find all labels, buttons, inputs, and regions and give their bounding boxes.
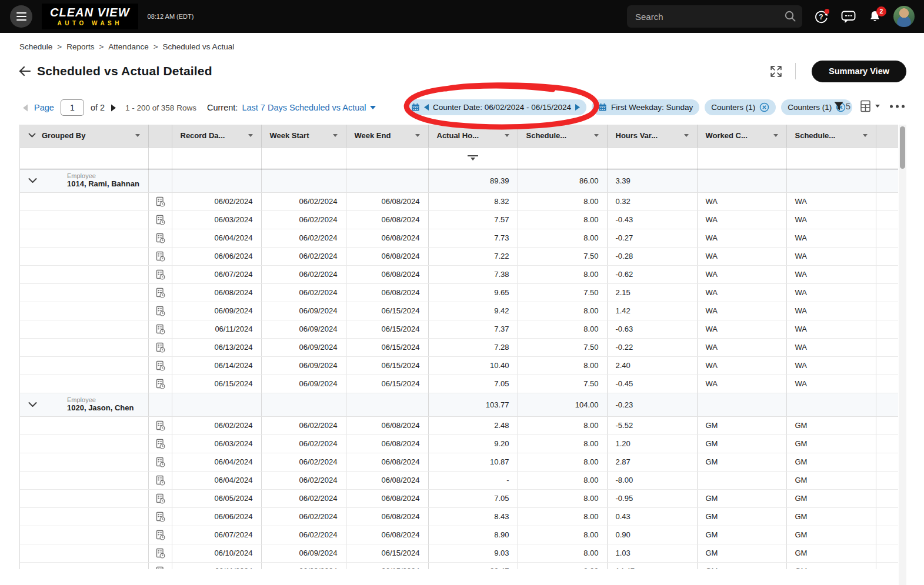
menu-icon[interactable] xyxy=(10,5,32,28)
avatar[interactable] xyxy=(893,6,915,27)
table-row[interactable]: 06/14/202406/09/202406/15/202410.408.002… xyxy=(20,356,898,375)
breadcrumb-item[interactable]: Attendance xyxy=(108,42,148,51)
group-row[interactable]: Employee1020, Jason, Chen103.77104.00-0.… xyxy=(20,393,898,416)
record-timecard-icon[interactable] xyxy=(155,457,165,467)
column-header[interactable]: Hours Var... xyxy=(607,125,697,147)
column-header[interactable]: Week End xyxy=(346,125,428,147)
table-row[interactable]: 06/13/202406/09/202406/15/20247.287.50-0… xyxy=(20,338,898,356)
record-timecard-icon[interactable] xyxy=(155,493,165,504)
record-timecard-icon[interactable] xyxy=(155,196,165,207)
next-page-icon[interactable] xyxy=(111,104,116,112)
filter-button[interactable]: 5 xyxy=(833,101,850,111)
vertical-scrollbar[interactable] xyxy=(899,125,906,585)
column-menu-icon[interactable] xyxy=(248,134,253,137)
table-row[interactable]: 06/04/202406/02/202406/08/20247.738.00-0… xyxy=(20,229,898,247)
filter-cell[interactable] xyxy=(876,147,898,169)
record-timecard-icon[interactable] xyxy=(155,360,165,371)
app-logo[interactable]: CLEAN VIEW AUTO WASH xyxy=(42,4,138,29)
filter-cell[interactable] xyxy=(697,147,786,169)
column-header[interactable]: Week Start xyxy=(261,125,346,147)
filter-cell[interactable] xyxy=(346,147,428,169)
filter-cell[interactable] xyxy=(172,147,261,169)
breadcrumb-item[interactable]: Schedule xyxy=(19,42,52,51)
table-row[interactable]: 06/03/202406/02/202406/08/20249.208.001.… xyxy=(20,434,898,453)
record-timecard-icon[interactable] xyxy=(155,342,165,353)
bell-icon[interactable]: 2 xyxy=(868,9,882,24)
table-row[interactable]: 06/06/202406/02/202406/08/20247.227.50-0… xyxy=(20,247,898,265)
table-row[interactable]: 06/11/202406/09/202406/15/202422.478.001… xyxy=(20,562,898,569)
filter-cell[interactable] xyxy=(786,147,876,169)
chat-icon[interactable] xyxy=(840,9,856,24)
prev-page-icon[interactable] xyxy=(22,104,28,112)
record-timecard-icon[interactable] xyxy=(155,439,165,449)
filter-cell[interactable] xyxy=(428,147,518,169)
record-timecard-icon[interactable] xyxy=(155,475,165,486)
search-icon[interactable] xyxy=(784,10,796,25)
more-options-button[interactable] xyxy=(889,105,905,108)
scrollbar-thumb[interactable] xyxy=(900,126,905,169)
collapse-all-icon[interactable] xyxy=(28,133,36,138)
remove-chip-button[interactable] xyxy=(759,102,769,112)
column-menu-icon[interactable] xyxy=(505,134,509,137)
first-weekday-chip[interactable]: First Weekday: Sunday xyxy=(592,99,699,115)
record-timecard-icon[interactable] xyxy=(155,379,165,389)
fullscreen-icon[interactable] xyxy=(769,65,783,78)
filter-cell[interactable] xyxy=(518,147,607,169)
table-row[interactable]: 06/07/202406/02/202406/08/20247.388.00-0… xyxy=(20,265,898,283)
column-menu-icon[interactable] xyxy=(135,134,140,137)
chevron-down-icon[interactable] xyxy=(28,178,37,183)
column-menu-icon[interactable] xyxy=(594,134,599,137)
group-row[interactable]: Employee1014, Rami, Bahnan89.3986.003.39 xyxy=(20,169,898,192)
table-row[interactable]: 06/03/202406/02/202406/08/20247.578.00-0… xyxy=(20,210,898,229)
column-header[interactable]: Record Da... xyxy=(172,125,261,147)
page-number-input[interactable] xyxy=(61,99,84,116)
record-timecard-icon[interactable] xyxy=(155,233,165,243)
chevron-down-icon[interactable] xyxy=(28,402,37,407)
record-timecard-icon[interactable] xyxy=(155,288,165,298)
table-row[interactable]: 06/05/202406/02/202406/08/20247.058.00-0… xyxy=(20,489,898,507)
column-header[interactable]: Worked C... xyxy=(697,125,786,147)
table-row[interactable]: 06/10/202406/09/202406/15/20249.038.001.… xyxy=(20,544,898,562)
column-menu-icon[interactable] xyxy=(333,134,338,137)
filter-cell[interactable] xyxy=(261,147,346,169)
filter-cell[interactable] xyxy=(607,147,697,169)
table-row[interactable]: 06/11/202406/09/202406/15/20247.378.00-0… xyxy=(20,320,898,338)
table-row[interactable]: 06/04/202406/02/202406/08/202410.878.002… xyxy=(20,453,898,471)
prev-range-button[interactable] xyxy=(424,104,429,111)
breadcrumb-item[interactable]: Reports xyxy=(66,42,94,51)
filter-cell[interactable] xyxy=(148,147,172,169)
current-view-dropdown[interactable]: Last 7 Days Scheduled vs Actual xyxy=(242,103,375,112)
summary-view-button[interactable]: Summary View xyxy=(812,61,906,82)
export-button[interactable] xyxy=(860,100,880,112)
record-timecard-icon[interactable] xyxy=(155,269,165,280)
search-input[interactable] xyxy=(627,5,802,28)
column-header[interactable]: Schedule... xyxy=(786,125,876,147)
record-timecard-icon[interactable] xyxy=(155,530,165,540)
table-row[interactable]: 06/09/202406/09/202406/15/20249.428.001.… xyxy=(20,302,898,320)
column-menu-icon[interactable] xyxy=(684,134,689,137)
next-range-button[interactable] xyxy=(575,104,580,111)
record-timecard-icon[interactable] xyxy=(155,512,165,522)
column-header[interactable]: Schedule... xyxy=(518,125,607,147)
column-header[interactable]: Grouped By xyxy=(20,125,148,147)
record-timecard-icon[interactable] xyxy=(155,420,165,431)
column-menu-icon[interactable] xyxy=(773,134,778,137)
help-icon[interactable]: ? xyxy=(813,9,829,25)
record-timecard-icon[interactable] xyxy=(155,566,165,570)
column-menu-icon[interactable] xyxy=(415,134,420,137)
table-row[interactable]: 06/08/202406/02/202406/08/20249.657.502.… xyxy=(20,283,898,302)
table-row[interactable]: 06/02/202406/02/202406/08/20242.488.00-5… xyxy=(20,416,898,434)
breadcrumb-item[interactable]: Scheduled vs Actual xyxy=(163,42,235,51)
counters-chip[interactable]: Counters (1) xyxy=(705,99,776,115)
column-header[interactable]: Actual Ho... xyxy=(428,125,518,147)
table-row[interactable]: 06/07/202406/02/202406/08/20248.908.000.… xyxy=(20,526,898,544)
table-row[interactable]: 06/02/202406/02/202406/08/20248.328.000.… xyxy=(20,192,898,210)
record-timecard-icon[interactable] xyxy=(155,324,165,335)
column-header[interactable] xyxy=(148,125,172,147)
counter-date-chip[interactable]: Counter Date: 06/02/2024 - 06/15/2024 xyxy=(405,99,586,115)
record-timecard-icon[interactable] xyxy=(155,548,165,559)
table-row[interactable]: 06/04/202406/02/202406/08/2024-8.00-8.00… xyxy=(20,471,898,489)
record-timecard-icon[interactable] xyxy=(155,215,165,225)
table-row[interactable]: 06/06/202406/02/202406/08/20248.438.000.… xyxy=(20,507,898,526)
record-timecard-icon[interactable] xyxy=(155,306,165,316)
